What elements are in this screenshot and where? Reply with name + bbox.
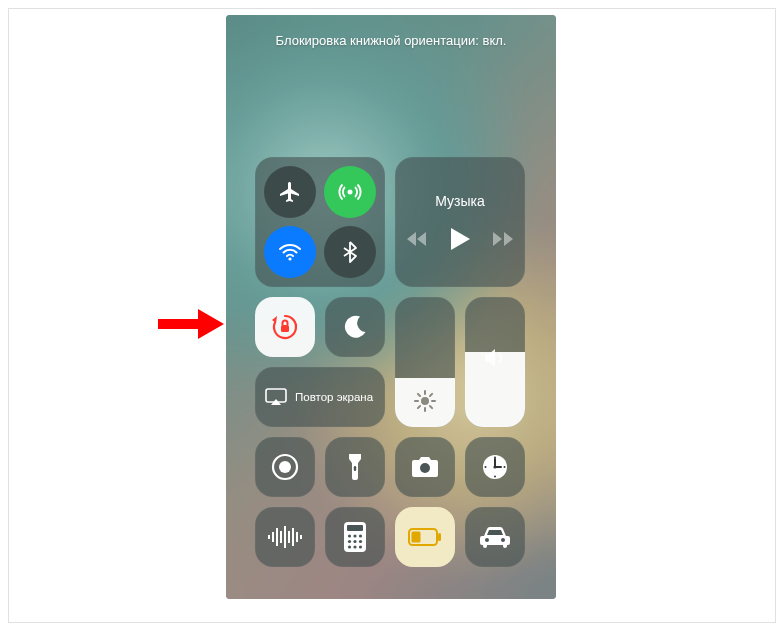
svg-rect-50 (158, 319, 200, 329)
previous-track-button[interactable] (407, 231, 427, 247)
airplay-icon (265, 388, 287, 406)
flashlight-button[interactable] (325, 437, 385, 497)
carplay-button[interactable] (465, 507, 525, 567)
volume-icon (483, 347, 507, 369)
hearing-button[interactable] (255, 507, 315, 567)
media-module[interactable]: Музыка (395, 157, 525, 287)
brightness-icon (413, 389, 437, 413)
camera-icon (410, 455, 440, 479)
screen-record-button[interactable] (255, 437, 315, 497)
moon-icon (342, 314, 368, 340)
connectivity-module[interactable] (255, 157, 385, 287)
svg-point-14 (279, 461, 291, 473)
svg-rect-25 (268, 535, 270, 539)
svg-line-9 (418, 394, 420, 396)
status-toast: Блокировка книжной ориентации: вкл. (226, 33, 556, 48)
svg-point-24 (485, 466, 487, 468)
low-power-mode-button[interactable] (395, 507, 455, 567)
svg-point-39 (348, 540, 351, 543)
media-controls (407, 227, 513, 251)
bluetooth-icon (338, 240, 362, 264)
svg-point-16 (420, 463, 430, 473)
volume-slider[interactable] (465, 297, 525, 427)
camera-button[interactable] (395, 437, 455, 497)
calculator-button[interactable] (325, 507, 385, 567)
screen-mirroring-label: Повтор экрана (295, 391, 373, 403)
svg-line-11 (418, 406, 420, 408)
airplane-icon (278, 180, 302, 204)
timer-button[interactable] (465, 437, 525, 497)
play-button[interactable] (449, 227, 471, 251)
svg-point-22 (504, 466, 506, 468)
annotation-arrow (158, 309, 224, 339)
svg-point-38 (359, 534, 362, 537)
svg-rect-26 (272, 532, 274, 542)
svg-line-10 (430, 406, 432, 408)
svg-point-41 (359, 540, 362, 543)
svg-point-23 (494, 476, 496, 478)
cellular-icon (337, 179, 363, 205)
svg-rect-32 (296, 532, 298, 542)
flashlight-icon (347, 452, 363, 482)
wifi-button[interactable] (264, 226, 316, 278)
orientation-lock-icon (269, 311, 301, 343)
svg-point-0 (348, 190, 353, 195)
bluetooth-button[interactable] (324, 226, 376, 278)
svg-rect-33 (300, 535, 302, 539)
svg-point-36 (348, 534, 351, 537)
svg-point-1 (288, 257, 291, 260)
svg-rect-15 (354, 466, 356, 471)
svg-point-21 (494, 457, 496, 459)
svg-line-12 (430, 394, 432, 396)
orientation-lock-button[interactable] (255, 297, 315, 357)
next-track-button[interactable] (493, 231, 513, 247)
svg-point-49 (501, 538, 505, 542)
wifi-icon (277, 239, 303, 265)
svg-rect-47 (412, 532, 421, 543)
media-title: Музыка (435, 193, 485, 209)
svg-rect-31 (292, 528, 294, 546)
svg-point-43 (353, 545, 356, 548)
battery-icon (408, 528, 442, 546)
cellular-data-button[interactable] (324, 166, 376, 218)
svg-rect-27 (276, 528, 278, 546)
svg-rect-28 (280, 531, 282, 543)
svg-point-44 (359, 545, 362, 548)
calculator-icon (344, 522, 366, 552)
svg-point-37 (353, 534, 356, 537)
car-icon (479, 526, 511, 548)
airplane-mode-button[interactable] (264, 166, 316, 218)
brightness-slider[interactable] (395, 297, 455, 427)
do-not-disturb-button[interactable] (325, 297, 385, 357)
waveform-icon (267, 526, 303, 548)
svg-point-48 (485, 538, 489, 542)
svg-rect-29 (284, 526, 286, 548)
svg-rect-30 (288, 531, 290, 543)
svg-point-4 (421, 397, 429, 405)
control-center: Музыка (255, 157, 527, 577)
screen-mirroring-button[interactable]: Повтор экрана (255, 367, 385, 427)
phone-screen: Блокировка книжной ориентации: вкл. Муз (226, 15, 556, 599)
svg-point-40 (353, 540, 356, 543)
svg-rect-35 (347, 525, 363, 531)
record-icon (270, 452, 300, 482)
svg-rect-46 (438, 533, 441, 541)
svg-point-42 (348, 545, 351, 548)
svg-rect-2 (281, 325, 289, 332)
clock-icon (480, 452, 510, 482)
